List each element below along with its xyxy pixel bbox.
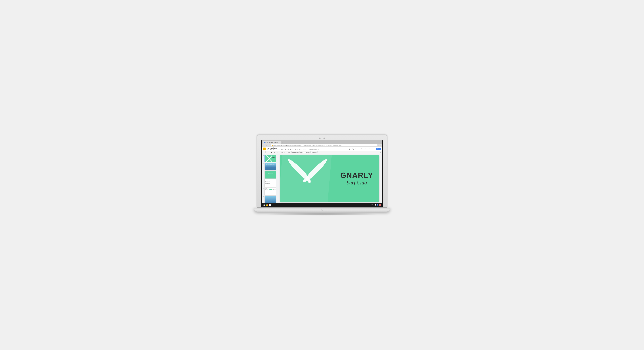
tab-favicon xyxy=(264,142,265,143)
shapes-button[interactable]: ⬜ xyxy=(284,151,286,153)
slide-number-1: 1 xyxy=(262,155,264,156)
text-button[interactable]: T xyxy=(279,151,281,153)
ssl-lock-icon: 🔒 xyxy=(272,145,273,146)
menu-view[interactable]: View xyxy=(273,149,276,150)
paint-icon: 🖌 xyxy=(271,152,272,153)
svg-point-5 xyxy=(302,157,328,184)
slide-item-2: 2 "Waves travel thousands of miles... Do… xyxy=(262,163,276,170)
laptop-lid: Gnarly Surf Club - Googl... ✕ + ◀ ▶ ↻ 🔒 … xyxy=(257,135,387,207)
bookmark-icon[interactable]: ☆ xyxy=(378,144,379,146)
menu-tools[interactable]: Tools xyxy=(295,149,298,150)
slide-item-1: 1 GNARLY SURF CLUB xyxy=(262,155,276,162)
browser-menu-icon[interactable]: ≡ xyxy=(380,144,381,146)
layout-dropdown[interactable]: Layout ▾ xyxy=(300,151,305,153)
svg-text:SURF CLUB: SURF CLUB xyxy=(273,158,276,159)
forward-button[interactable]: ▶ xyxy=(266,144,268,146)
surfboard-x-graphic xyxy=(280,155,335,202)
background-label: Background... xyxy=(292,152,299,153)
doc-title-row: Gnarly Surf Club ▾ xyxy=(266,147,348,149)
laptop-hinge xyxy=(257,207,387,208)
menu-slide[interactable]: Slide xyxy=(281,149,284,150)
slide-thumbnail-2[interactable]: "Waves travel thousands of miles... Don'… xyxy=(264,163,276,170)
add-slide-button[interactable]: + xyxy=(263,151,265,153)
new-tab-button[interactable]: + xyxy=(282,141,284,144)
comment-button[interactable]: 💬 xyxy=(288,151,290,153)
slide-item-6: 6 Lessons xyxy=(262,196,276,203)
shapes-icon: ⬜ xyxy=(284,152,285,153)
user-avatar[interactable] xyxy=(379,204,381,206)
redo-button[interactable]: ↪ xyxy=(268,151,270,153)
url-bar-right: ☆ ▾ ≡ xyxy=(378,144,381,146)
tab-title: Gnarly Surf Club - Googl... xyxy=(266,141,278,143)
taskbar-time: 10:35 xyxy=(370,204,373,206)
slide-item-3: 3 Membership xyxy=(262,171,276,179)
layout-label: Layout ▾ xyxy=(300,152,304,153)
screen-bezel: Gnarly Surf Club - Googl... ✕ + ◀ ▶ ↻ 🔒 … xyxy=(261,140,383,207)
slides-logo: ▶ xyxy=(263,147,266,150)
wifi-icon: ▲ xyxy=(374,204,374,206)
laptop: Gnarly Surf Club - Googl... ✕ + ◀ ▶ ↻ 🔒 … xyxy=(257,135,387,216)
back-button[interactable]: ◀ xyxy=(263,144,265,146)
doc-title[interactable]: Gnarly Surf Club xyxy=(266,147,277,149)
comments-button[interactable]: Comments xyxy=(368,148,375,150)
menu-bar: File Edit View Insert Slide Format Arran… xyxy=(266,149,348,150)
cursor-button[interactable]: ↖ xyxy=(276,151,278,153)
slides-actions: jkarsh@google.com ▾ Present ▾ Comments S… xyxy=(350,148,381,150)
gmail-app-icon[interactable]: M xyxy=(269,204,271,206)
menu-table[interactable]: Table xyxy=(299,149,302,150)
line-button[interactable]: / xyxy=(286,151,288,153)
slide-thumbnail-3[interactable]: Membership xyxy=(264,171,276,179)
undo-icon: ↩ xyxy=(267,152,268,153)
menu-edit[interactable]: Edit xyxy=(270,149,272,150)
zoom-icon: 🔍 xyxy=(273,152,275,153)
slide-thumbnail-1[interactable]: GNARLY SURF CLUB xyxy=(264,155,276,162)
menu-format[interactable]: Format xyxy=(285,149,289,150)
slide-canvas-area: GNARLY Surf Club xyxy=(277,154,382,203)
collapse-toolbar-button[interactable]: ▴ xyxy=(379,151,381,153)
image-button[interactable]: ▨ xyxy=(281,151,283,153)
theme-dropdown[interactable]: Theme... xyxy=(305,151,311,153)
thumb-1-content: GNARLY SURF CLUB xyxy=(265,155,276,162)
url-bar[interactable]: 🔒 https://docs.google.com/a/google.com/p… xyxy=(270,144,377,146)
slide-number-2: 2 xyxy=(262,163,264,164)
present-button[interactable]: Present ▾ xyxy=(360,148,367,150)
slide-item-4: 4 Membership • $25.00 for annual dues• A… xyxy=(262,179,276,187)
share-button[interactable]: Share xyxy=(376,148,381,150)
cursor-icon: ↖ xyxy=(277,152,278,153)
comment-icon: 💬 xyxy=(288,152,290,153)
menu-help[interactable]: Help xyxy=(303,149,306,150)
user-email[interactable]: jkarsh@google.com ▾ xyxy=(350,148,359,149)
apps-grid-icon[interactable] xyxy=(263,204,265,206)
transition-dropdown[interactable]: Transition... xyxy=(311,151,318,153)
svg-text:GNARLY: GNARLY xyxy=(272,157,276,158)
paint-button[interactable]: 🖌 xyxy=(271,151,273,153)
present-dropdown-icon[interactable]: ▾ xyxy=(365,148,366,149)
slides-toolbar: + ↩ ↪ 🖌 🔍 ↖ T ▨ ⬜ / 💬 Backgrou xyxy=(262,151,382,154)
laptop-base: hp xyxy=(254,208,390,212)
slide-thumbnail-5[interactable]: Plans Junio... Adults Senior xyxy=(264,187,276,195)
url-text: https://docs.google.com/a/google.com/pre… xyxy=(273,144,342,146)
browser-tab-active[interactable]: Gnarly Surf Club - Googl... ✕ xyxy=(262,141,281,144)
undo-button[interactable]: ↩ xyxy=(266,151,268,153)
slide-thumbnail-4[interactable]: Membership • $25.00 for annual dues• At … xyxy=(264,179,276,187)
main-slide-canvas[interactable]: GNARLY Surf Club xyxy=(280,155,379,202)
url-dropdown-icon[interactable]: ▾ xyxy=(380,145,380,146)
hp-logo: hp xyxy=(321,209,323,211)
laptop-shadow xyxy=(264,213,380,216)
last-edit-text: Last edit was 3 days ago xyxy=(308,149,319,150)
menu-insert[interactable]: Insert xyxy=(277,149,280,150)
slide-item-5: 5 Plans Junio... Adults Senior xyxy=(262,187,276,195)
thumb-2-text: "Waves travel thousands of miles... Don'… xyxy=(265,164,276,166)
chrome-app-icon[interactable] xyxy=(266,204,268,206)
slide-panel: 1 GNARLY SURF CLUB xyxy=(262,154,277,203)
menu-arrange[interactable]: Arrange xyxy=(290,149,294,150)
slide-title-area: GNARLY Surf Club xyxy=(340,171,373,186)
zoom-button[interactable]: 🔍 xyxy=(273,151,275,153)
folder-icon[interactable]: ▾ xyxy=(278,147,278,149)
menu-file[interactable]: File xyxy=(266,149,269,150)
slide-thumbnail-6[interactable]: Lessons xyxy=(264,196,276,203)
slide-title-gnarly: GNARLY xyxy=(340,171,373,179)
tab-close-icon[interactable]: ✕ xyxy=(279,141,280,143)
refresh-button[interactable]: ↻ xyxy=(268,144,270,146)
background-dropdown[interactable]: Background... xyxy=(291,151,299,153)
